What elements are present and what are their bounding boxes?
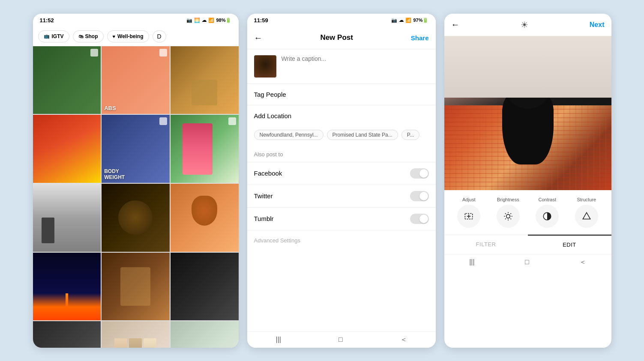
story-more[interactable]: D	[153, 30, 166, 42]
add-location-row[interactable]: Add Location	[247, 105, 436, 126]
caption-input[interactable]	[282, 55, 429, 62]
new-post-header: ← New Post Share	[247, 27, 436, 49]
story-shop[interactable]: 🛍 Shop	[73, 30, 104, 42]
screen-title-2: New Post	[320, 33, 353, 42]
table-row[interactable]	[33, 115, 101, 183]
table-row[interactable]	[171, 46, 239, 114]
tumblr-toggle-row: Tumblr	[247, 207, 436, 230]
caption-thumbnail	[254, 55, 276, 78]
advanced-settings-row[interactable]: Advanced Settings	[247, 230, 436, 250]
sun-icon: ☀	[521, 20, 528, 30]
also-post-section: Also post to	[247, 145, 436, 162]
location-chip-2[interactable]: P...	[401, 130, 419, 140]
back-button-3[interactable]: ←	[451, 20, 460, 30]
tumblr-toggle-knob	[419, 215, 428, 223]
facebook-label: Facebook	[254, 170, 282, 177]
table-row[interactable]	[33, 321, 101, 347]
contrast-label: Contrast	[538, 197, 556, 202]
tag-people-row[interactable]: Tag People	[247, 84, 436, 105]
caption-area	[247, 49, 436, 84]
add-location-label: Add Location	[254, 112, 292, 119]
stories-bar: 📺 IGTV 🛍 Shop ♥ Well-being D	[33, 27, 239, 46]
edit-tabs: FILTER EDIT	[444, 235, 611, 254]
status-bar-1: 11:52 📷 🌅 ☁ 📶 98%🔋	[33, 14, 239, 27]
igtv-label: IGTV	[52, 33, 64, 39]
svg-line-11	[505, 213, 506, 214]
location-chips: Newfoundland, Pennsyl... Promised Land S…	[247, 126, 436, 145]
tumblr-label: Tumblr	[254, 215, 274, 222]
phone-new-post: 11:59 📷 ☁ 📶 97%🔋 ← New Post Share Tag Pe…	[247, 14, 436, 348]
table-row[interactable]	[171, 321, 239, 347]
status-icons-2: 📷 ☁ 📶 97%🔋	[391, 18, 428, 23]
adjust-tools: Adjust Brightness	[444, 190, 611, 235]
battery-icon-2: 97%🔋	[413, 18, 428, 23]
structure-icon	[575, 205, 598, 228]
tools-grid: Adjust Brightness	[451, 197, 605, 228]
camera-icon: 📷	[186, 18, 192, 23]
table-row[interactable]	[102, 253, 170, 321]
next-button[interactable]: Next	[590, 21, 605, 29]
table-row[interactable]	[33, 184, 101, 252]
story-icon	[228, 117, 236, 125]
time-2: 11:59	[254, 17, 268, 24]
story-icon	[159, 49, 167, 57]
phone-edit: ← ☀ Next	[444, 14, 611, 348]
facebook-toggle[interactable]	[410, 168, 429, 179]
table-row[interactable]	[171, 115, 239, 183]
story-wellbeing[interactable]: ♥ Well-being	[107, 30, 149, 42]
android-back-btn-2[interactable]: ＜	[400, 335, 407, 344]
table-row[interactable]	[171, 253, 239, 321]
twitter-toggle-row: Twitter	[247, 185, 436, 207]
svg-marker-16	[583, 212, 590, 219]
facebook-toggle-row: Facebook	[247, 162, 436, 185]
table-row[interactable]: ABS	[102, 46, 170, 114]
igtv-icon: 📺	[44, 33, 50, 39]
table-row[interactable]	[33, 46, 101, 114]
share-button[interactable]: Share	[411, 34, 429, 42]
table-row[interactable]	[102, 184, 170, 252]
tag-people-label: Tag People	[254, 91, 286, 98]
adjust-tool[interactable]: Adjust	[451, 197, 487, 228]
contrast-tool[interactable]: Contrast	[530, 197, 566, 228]
twitter-toggle-knob	[419, 192, 428, 200]
story-icon	[159, 117, 167, 125]
cloud-icon-2: ☁	[399, 18, 404, 23]
android-home-btn-3[interactable]: □	[525, 258, 529, 266]
android-menu-btn-2[interactable]: |||	[276, 336, 281, 343]
shop-label: Shop	[85, 33, 98, 39]
edit-tab[interactable]: EDIT	[528, 235, 611, 254]
filter-tab[interactable]: FILTER	[444, 235, 528, 254]
wifi-icon-2: 📶	[405, 18, 411, 23]
phone-feed: 11:52 📷 🌅 ☁ 📶 98%🔋 📺 IGTV 🛍 Shop ♥ Well-…	[33, 14, 239, 348]
android-nav-3: ||| □ ＜	[444, 254, 611, 270]
story-igtv[interactable]: 📺 IGTV	[38, 30, 69, 42]
brightness-tool[interactable]: Brightness	[490, 197, 526, 228]
wifi-icon: 📶	[208, 18, 214, 23]
camera-icon-2: 📷	[391, 18, 397, 23]
cloud-icon: ☁	[202, 18, 207, 23]
tumblr-toggle[interactable]	[410, 214, 429, 224]
brightness-icon	[497, 205, 520, 228]
table-row[interactable]	[171, 184, 239, 252]
location-chip-1[interactable]: Promised Land State Pa...	[327, 130, 398, 140]
brightness-label: Brightness	[497, 197, 519, 202]
photos-icon: 🌅	[194, 18, 200, 23]
table-row[interactable]: BODYWEIGHT	[102, 115, 170, 183]
photo-preview	[444, 36, 611, 190]
table-row[interactable]	[102, 321, 170, 347]
time-1: 11:52	[40, 17, 54, 24]
back-button-2[interactable]: ←	[254, 33, 263, 43]
location-chip-0[interactable]: Newfoundland, Pennsyl...	[254, 130, 323, 140]
twitter-label: Twitter	[254, 192, 273, 200]
android-back-btn-3[interactable]: ＜	[579, 258, 586, 267]
contrast-icon	[536, 205, 559, 228]
table-row[interactable]	[33, 253, 101, 321]
svg-line-12	[510, 218, 511, 219]
story-icon	[90, 49, 98, 57]
twitter-toggle[interactable]	[410, 191, 429, 201]
also-post-title: Also post to	[254, 151, 429, 158]
android-home-btn-2[interactable]: □	[338, 336, 343, 343]
android-menu-btn-3[interactable]: |||	[469, 258, 474, 266]
structure-tool[interactable]: Structure	[569, 197, 605, 228]
adjust-icon	[457, 205, 480, 228]
